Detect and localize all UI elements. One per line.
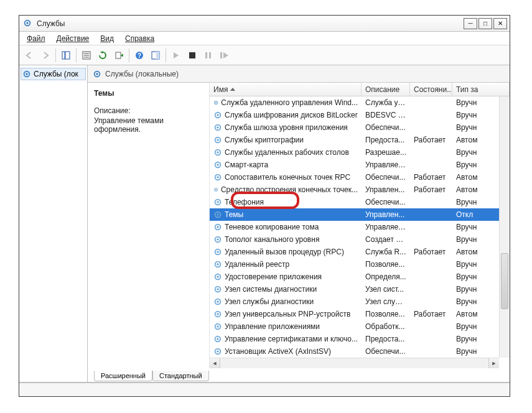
titlebar[interactable]: Службы ─ □ ✕ xyxy=(19,16,510,32)
service-name: Темы xyxy=(225,210,243,219)
service-desc: Обработк... xyxy=(362,322,410,331)
svg-point-40 xyxy=(217,213,219,216)
service-row[interactable]: Управление приложениямиОбработк...Вручн xyxy=(210,320,510,333)
svg-point-60 xyxy=(217,338,218,340)
service-desc: Управляет... xyxy=(362,223,410,231)
service-row[interactable]: Сопоставитель конечных точек RPCОбеспечи… xyxy=(210,171,510,183)
service-row[interactable]: Удаленный реестрПозволяе...Вручн xyxy=(210,258,510,271)
service-row[interactable]: Смарт-картаУправляет...Вручн xyxy=(210,159,510,171)
svg-point-58 xyxy=(217,325,219,328)
selected-service-name: Темы xyxy=(94,89,203,98)
service-icon xyxy=(213,210,222,219)
service-row[interactable]: Служба шифрования дисков BitLockerBDESVC… xyxy=(210,109,510,121)
svg-rect-8 xyxy=(116,52,121,58)
help-button[interactable]: ? xyxy=(132,48,147,63)
service-row[interactable]: Средство построения конечных точек...Упр… xyxy=(210,183,510,196)
service-icon xyxy=(213,235,222,244)
back-button[interactable] xyxy=(22,48,37,63)
service-row[interactable]: ТелефонияОбеспечи...Вручн xyxy=(210,196,510,208)
svg-rect-12 xyxy=(156,52,159,59)
svg-point-24 xyxy=(217,114,219,116)
service-row[interactable]: ТемыУправлен...Откл xyxy=(210,208,510,221)
column-state[interactable]: Состояни... xyxy=(410,83,452,96)
forward-button[interactable] xyxy=(38,48,53,63)
view-tabs: Расширенный Стандартный xyxy=(88,368,510,382)
service-row[interactable]: Службы удаленных рабочих столовРазрешае.… xyxy=(210,146,510,159)
start-service-button[interactable] xyxy=(169,48,184,63)
tab-standard[interactable]: Стандартный xyxy=(152,371,209,381)
separator xyxy=(129,49,129,62)
service-desc: Позволяе... xyxy=(362,260,410,269)
service-icon xyxy=(213,173,222,182)
refresh-button[interactable] xyxy=(95,48,110,63)
pause-service-button[interactable] xyxy=(201,48,216,63)
service-icon xyxy=(213,160,222,169)
scroll-right-arrow[interactable]: ► xyxy=(488,358,499,368)
minimize-button[interactable]: ─ xyxy=(464,18,477,29)
service-icon xyxy=(213,272,222,281)
svg-point-38 xyxy=(217,201,219,203)
horizontal-scrollbar[interactable]: ◄ ► xyxy=(210,358,499,368)
service-row[interactable]: Удаленный вызов процедур (RPC)Служба R..… xyxy=(210,246,510,258)
svg-point-28 xyxy=(217,139,219,141)
stop-service-button[interactable] xyxy=(185,48,200,63)
scroll-left-arrow[interactable]: ◄ xyxy=(210,358,220,368)
service-row[interactable]: Службы криптографииПредоста...РаботаетАв… xyxy=(210,134,510,146)
service-desc: Обеспечи... xyxy=(362,173,410,182)
service-icon xyxy=(213,335,222,343)
tab-extended[interactable]: Расширенный xyxy=(94,371,152,381)
service-desc: Управляет... xyxy=(362,160,410,169)
service-name: Службы криптографии xyxy=(225,136,304,144)
service-desc: Обеспечи... xyxy=(362,123,410,132)
maximize-button[interactable]: □ xyxy=(478,18,492,29)
service-row[interactable]: Узел универсальных PNP-устройствПозволяе… xyxy=(210,308,510,320)
service-state: Работает xyxy=(410,185,452,194)
service-row[interactable]: Тополог канального уровняСоздает ка...Вр… xyxy=(210,233,510,246)
panel-heading: Службы (локальные) xyxy=(105,70,179,78)
service-row[interactable]: Управление сертификатами и ключо...Предо… xyxy=(210,333,510,345)
service-row[interactable]: Служба шлюза уровня приложенияОбеспечи..… xyxy=(210,121,510,134)
menu-help[interactable]: Справка xyxy=(120,33,159,44)
service-row[interactable]: Установщик ActiveX (AxInstSV)Обеспечи...… xyxy=(210,345,510,358)
service-row[interactable]: Удостоверение приложенияОпределя...Вручн xyxy=(210,271,510,283)
service-row[interactable]: Узел службы диагностикиУзел служ...Вручн xyxy=(210,295,510,308)
svg-rect-14 xyxy=(205,52,207,58)
menu-view[interactable]: Вид xyxy=(95,33,119,44)
service-desc: BDESVC пр... xyxy=(362,111,410,119)
service-state: Работает xyxy=(410,248,452,256)
column-startup-type[interactable]: Тип за xyxy=(452,83,510,96)
svg-point-32 xyxy=(217,164,219,166)
tree-root-item[interactable]: Службы (лок xyxy=(21,68,86,80)
service-desc: Обеспечи... xyxy=(362,198,410,206)
restart-service-button[interactable] xyxy=(217,48,232,63)
svg-point-42 xyxy=(217,226,219,228)
properties-button[interactable] xyxy=(79,48,94,63)
export-button[interactable] xyxy=(111,48,126,63)
action-pane-button[interactable] xyxy=(148,48,163,63)
scrollbar-thumb[interactable] xyxy=(501,253,508,309)
vertical-scrollbar[interactable] xyxy=(499,96,510,358)
service-row[interactable]: Узел системы диагностикиУзел сист...Вруч… xyxy=(210,283,510,295)
service-desc: Узел сист... xyxy=(362,285,410,294)
show-hide-tree-button[interactable] xyxy=(58,48,73,63)
service-name: Телефония xyxy=(225,198,264,206)
service-rows[interactable]: Служба удаленного управления Wind...Служ… xyxy=(210,96,510,368)
column-name[interactable]: Имя xyxy=(210,83,362,96)
svg-point-54 xyxy=(217,300,219,303)
service-name: Смарт-карта xyxy=(225,160,268,169)
column-description[interactable]: Описание xyxy=(362,83,410,96)
service-name: Управление приложениями xyxy=(225,322,320,331)
tree-pane[interactable]: Службы (лок xyxy=(19,65,88,382)
service-icon xyxy=(213,310,222,318)
menu-action[interactable]: Действие xyxy=(52,33,95,44)
service-desc: Управлен... xyxy=(362,185,410,194)
menu-file[interactable]: Файл xyxy=(22,33,50,44)
right-body: Темы Описание: Управление темами оформле… xyxy=(88,83,510,368)
service-row[interactable]: Теневое копирование томаУправляет...Вруч… xyxy=(210,221,510,233)
sort-asc-icon xyxy=(230,88,235,91)
service-desc: Обеспечи... xyxy=(362,347,410,356)
service-name: Сопоставитель конечных точек RPC xyxy=(225,173,350,182)
service-row[interactable]: Служба удаленного управления Wind...Служ… xyxy=(210,96,510,109)
svg-point-1 xyxy=(26,22,29,24)
close-button[interactable]: ✕ xyxy=(493,18,507,29)
